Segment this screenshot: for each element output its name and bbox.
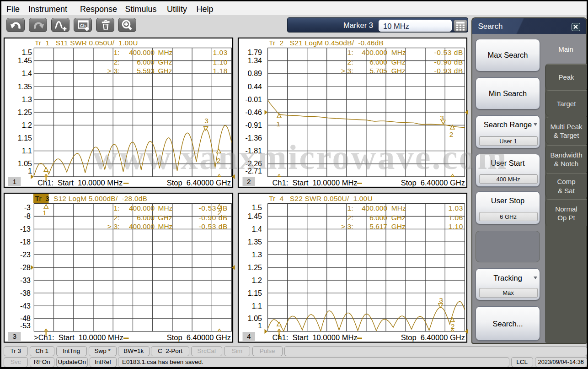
- svg-text:>Ch1: Start 10.0000 MHz: >Ch1: Start 10.0000 MHz: [34, 333, 123, 342]
- svg-text:1:: 1:: [347, 49, 353, 56]
- svg-text:1: 1: [12, 178, 16, 185]
- svg-text:1.34: 1.34: [248, 57, 262, 65]
- svg-text:-0.93 dB: -0.93 dB: [434, 67, 463, 75]
- svg-text:4: 4: [247, 332, 251, 340]
- svg-text:GHz: GHz: [391, 214, 406, 222]
- svg-text:GHz: GHz: [158, 214, 172, 222]
- svg-text:3:: 3:: [347, 67, 353, 75]
- svg-text:1.10: 1.10: [213, 58, 228, 66]
- svg-text:3: 3: [204, 117, 208, 125]
- svg-text:-53: -53: [20, 322, 31, 330]
- svg-text:2:: 2:: [347, 58, 353, 66]
- svg-text:GHz: GHz: [158, 67, 172, 75]
- svg-text:-38: -38: [20, 289, 31, 297]
- svg-text:400.000: 400.000: [129, 222, 155, 230]
- svg-text:MHz: MHz: [391, 49, 406, 56]
- svg-text:-8: -8: [24, 212, 31, 220]
- svg-text:0.89: 0.89: [248, 70, 262, 77]
- svg-text:Stop 6.40000 GHz: Stop 6.40000 GHz: [401, 179, 465, 187]
- svg-text:>: >: [107, 222, 112, 230]
- svg-text:1.03: 1.03: [213, 49, 228, 56]
- svg-text:1.25: 1.25: [18, 109, 32, 116]
- svg-text:1.1: 1.1: [22, 147, 32, 155]
- svg-text:Tr 3: Tr 3: [35, 195, 49, 202]
- svg-text:3:: 3:: [114, 67, 120, 75]
- svg-text:-28: -28: [20, 264, 31, 271]
- svg-text:MHz: MHz: [158, 204, 173, 212]
- svg-text:-13: -13: [20, 225, 31, 233]
- svg-text:MHz: MHz: [158, 222, 173, 230]
- svg-text:0.44: 0.44: [248, 83, 262, 91]
- svg-text:1.4: 1.4: [22, 70, 32, 77]
- svg-text:6.000: 6.000: [369, 58, 387, 66]
- svg-text:Stop 6.40000 GHz: Stop 6.40000 GHz: [401, 333, 465, 342]
- svg-text:1.25: 1.25: [248, 264, 262, 271]
- svg-text:-33: -33: [20, 277, 31, 284]
- svg-text:1.18: 1.18: [213, 67, 228, 75]
- svg-text:1.05: 1.05: [18, 160, 32, 168]
- svg-text:Stop 6.40000 GHz: Stop 6.40000 GHz: [167, 179, 231, 187]
- svg-text:6.000: 6.000: [137, 58, 155, 66]
- svg-text:1.35: 1.35: [18, 83, 32, 91]
- svg-text:3:: 3:: [347, 222, 353, 230]
- svg-text:1.45: 1.45: [18, 57, 32, 65]
- svg-text:-0.53 dB: -0.53 dB: [434, 49, 463, 56]
- svg-text:1.03: 1.03: [448, 204, 463, 212]
- svg-text:Tr 4 S22 SWR 0.050U/ 1.00U: Tr 4 S22 SWR 0.050U/ 1.00U: [269, 195, 373, 202]
- svg-text:3: 3: [12, 332, 16, 340]
- svg-text:1.15: 1.15: [248, 289, 262, 297]
- svg-text:2: 2: [451, 322, 455, 330]
- svg-text:1: 1: [28, 167, 32, 175]
- svg-text:-0.01: -0.01: [246, 96, 262, 103]
- svg-text:1: 1: [276, 120, 280, 128]
- svg-text:5.617: 5.617: [369, 222, 387, 230]
- svg-text:1.05: 1.05: [248, 315, 262, 322]
- svg-text:1:: 1:: [114, 49, 120, 56]
- svg-text:-0.46: -0.46: [246, 109, 262, 116]
- svg-text:6.000: 6.000: [369, 214, 387, 222]
- svg-text:-18: -18: [20, 238, 31, 246]
- svg-text:400.000: 400.000: [362, 204, 387, 212]
- svg-text:400.000: 400.000: [129, 204, 155, 212]
- svg-text:1.2: 1.2: [22, 121, 32, 129]
- svg-text:1.4: 1.4: [252, 225, 262, 233]
- svg-text:5.705: 5.705: [369, 67, 387, 75]
- svg-text:>: >: [107, 67, 112, 75]
- svg-text:Tr 1 S11 SWR 0.050U/ 1.00U: Tr 1 S11 SWR 0.050U/ 1.00U: [35, 39, 138, 47]
- svg-text:1.5: 1.5: [22, 49, 32, 56]
- svg-text:1.5: 1.5: [252, 204, 262, 212]
- svg-text:2: 2: [217, 209, 221, 217]
- svg-text:1.3: 1.3: [252, 251, 262, 259]
- svg-text:2:: 2:: [347, 214, 353, 222]
- svg-text:Ch1: Start 10.0000 MHz: Ch1: Start 10.0000 MHz: [272, 333, 357, 342]
- svg-text:Stop 6.40000 GHz: Stop 6.40000 GHz: [167, 333, 231, 342]
- svg-text:-0.53 dB: -0.53 dB: [199, 222, 228, 230]
- svg-text:MHz: MHz: [391, 204, 406, 212]
- svg-text:2: 2: [247, 178, 251, 185]
- svg-text:400.000: 400.000: [362, 49, 387, 56]
- svg-text:3:: 3:: [114, 222, 120, 230]
- svg-text:-48: -48: [20, 315, 31, 322]
- svg-text:-23: -23: [20, 251, 31, 259]
- svg-text:1.1: 1.1: [252, 302, 262, 310]
- svg-text:-3: -3: [24, 204, 31, 212]
- svg-text:-43: -43: [20, 302, 31, 310]
- svg-text:>: >: [341, 67, 345, 75]
- svg-text:GHz: GHz: [391, 58, 406, 66]
- svg-text:1: 1: [43, 209, 47, 217]
- svg-text:3: 3: [439, 296, 443, 304]
- svg-text:S12 LogM 5.000dB/ -28.0dB: S12 LogM 5.000dB/ -28.0dB: [53, 195, 147, 202]
- svg-text:1:: 1:: [347, 204, 353, 212]
- svg-text:>: >: [341, 222, 345, 230]
- svg-text:1: 1: [258, 322, 262, 330]
- svg-text:1.35: 1.35: [248, 238, 262, 246]
- svg-text:1.15: 1.15: [18, 134, 32, 142]
- svg-text:Ch1: Start 10.0000 MHz: Ch1: Start 10.0000 MHz: [37, 179, 123, 187]
- svg-text:1.2: 1.2: [252, 277, 262, 284]
- svg-text:GHz: GHz: [158, 58, 172, 66]
- svg-text:1.45: 1.45: [248, 212, 262, 220]
- svg-text:-0.53 dB: -0.53 dB: [199, 204, 228, 212]
- svg-text:-0.91: -0.91: [246, 121, 262, 129]
- svg-text:MHz: MHz: [158, 49, 173, 56]
- svg-text:400.000: 400.000: [129, 49, 155, 56]
